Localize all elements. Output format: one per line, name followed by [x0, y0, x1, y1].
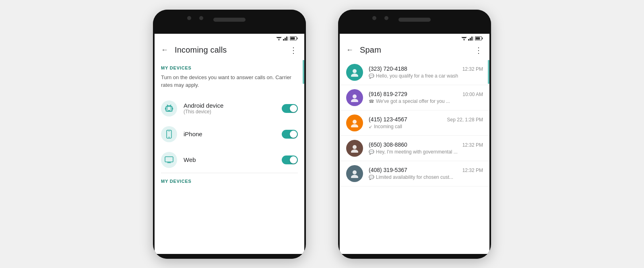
svg-point-43: [353, 170, 357, 174]
device-sub-android: (This device): [184, 109, 275, 115]
svg-point-27: [464, 39, 464, 40]
spam-number-0: (323) 720-4188: [369, 65, 407, 72]
signal-icon-2: [468, 36, 474, 41]
phone-speaker-2: [398, 18, 431, 22]
svg-point-35: [353, 69, 357, 73]
spam-time-4: 12:32 PM: [462, 168, 483, 173]
spam-item-3[interactable]: (650) 308-8860 12:32 PM 💬 Hey, I'm meeti…: [340, 136, 489, 161]
section-label-2: MY DEVICES: [155, 173, 304, 187]
preview-icon-2: ↙: [369, 124, 372, 129]
spam-info-3: (650) 308-8860 12:32 PM 💬 Hey, I'm meeti…: [369, 141, 483, 155]
svg-rect-34: [482, 37, 483, 39]
wifi-icon-1: [276, 36, 282, 41]
app-header-2: ← Spam ⋮: [340, 42, 489, 60]
spam-top-0: (323) 720-4188 12:32 PM: [369, 65, 483, 72]
preview-text-2: Incoming call: [374, 124, 402, 129]
avatar-icon-3: [350, 144, 359, 153]
svg-point-3: [279, 39, 279, 40]
page-title-1: Incoming calls: [175, 45, 227, 55]
phone-camera-right-1: [199, 16, 203, 20]
battery-icon-2: [475, 36, 483, 41]
toggle-iphone[interactable]: [282, 130, 298, 139]
spam-info-4: (408) 319-5367 12:32 PM 💬 Limited availa…: [369, 167, 483, 180]
scrollbar-1[interactable]: [303, 60, 304, 84]
back-button-1[interactable]: ←: [161, 46, 168, 54]
app-header-1: ← Incoming calls ⋮: [155, 42, 304, 60]
spam-item-0[interactable]: (323) 720-4188 12:32 PM 💬 Hello, you qua…: [340, 60, 489, 85]
svg-rect-16: [172, 108, 173, 110]
header-left-1: ← Incoming calls: [161, 45, 227, 55]
phone-bottom-2: [338, 254, 491, 259]
phone-container: ← Incoming calls ⋮ MY DEVICES Turn on th…: [0, 0, 644, 268]
spam-item-1[interactable]: (916) 819-2729 10:00 AM ☎ We've got a sp…: [340, 85, 489, 110]
phone-screen-1: ← Incoming calls ⋮ MY DEVICES Turn on th…: [155, 34, 304, 254]
spam-top-3: (650) 308-8860 12:32 PM: [369, 141, 483, 148]
spam-top-4: (408) 319-5367 12:32 PM: [369, 167, 483, 173]
spam-item-2[interactable]: (415) 123-4567 Sep 22, 1:28 PM ↙ Incomin…: [340, 110, 489, 136]
svg-point-36: [351, 74, 358, 77]
avatar-icon-4: [350, 169, 359, 178]
web-icon: [165, 156, 173, 164]
svg-rect-4: [283, 39, 284, 41]
more-button-1[interactable]: ⋮: [289, 45, 298, 55]
preview-icon-3: 💬: [369, 149, 374, 155]
device-info-iphone: iPhone: [184, 131, 275, 137]
avatar-0: [346, 64, 363, 81]
spam-number-2: (415) 123-4567: [369, 116, 407, 123]
wifi-icon-2: [461, 36, 467, 41]
screen-content-2: (323) 720-4188 12:32 PM 💬 Hello, you qua…: [340, 60, 489, 254]
signal-icon-1: [283, 36, 289, 41]
spam-time-0: 12:32 PM: [462, 66, 483, 72]
avatar-icon-0: [350, 68, 359, 77]
device-name-iphone: iPhone: [184, 131, 275, 137]
svg-rect-15: [165, 108, 166, 110]
spam-time-3: 12:32 PM: [462, 142, 483, 148]
spam-info-2: (415) 123-4567 Sep 22, 1:28 PM ↙ Incomin…: [369, 116, 483, 129]
svg-rect-21: [165, 157, 173, 162]
svg-point-39: [353, 120, 357, 124]
spam-number-3: (650) 308-8860: [369, 141, 407, 148]
spam-time-1: 10:00 AM: [462, 92, 483, 97]
device-icon-wrapper-iphone: [161, 126, 177, 142]
spam-list: (323) 720-4188 12:32 PM 💬 Hello, you qua…: [340, 60, 489, 186]
avatar-icon-1: [350, 93, 359, 102]
device-info-android: Android device (This device): [184, 102, 275, 115]
spam-preview-0: 💬 Hello, you qualify for a free a car wa…: [369, 73, 483, 79]
toggle-android[interactable]: [282, 104, 298, 113]
spam-number-4: (408) 319-5367: [369, 167, 407, 173]
svg-rect-28: [468, 39, 469, 41]
status-icons-2: [461, 36, 483, 41]
scrollbar-2[interactable]: [488, 60, 489, 84]
avatar-4: [346, 165, 363, 182]
svg-point-44: [351, 175, 358, 178]
svg-rect-10: [297, 37, 298, 39]
svg-rect-20: [168, 131, 170, 131]
svg-point-41: [353, 145, 357, 149]
toggle-web[interactable]: [282, 155, 298, 164]
svg-point-42: [351, 149, 358, 153]
spam-top-1: (916) 819-2729 10:00 AM: [369, 91, 483, 97]
spam-preview-3: 💬 Hey, I'm meeting with governmental ...: [369, 149, 483, 155]
device-name-android: Android device: [184, 102, 275, 109]
phone-camera-right-2: [384, 16, 388, 20]
phone-speaker-1: [213, 18, 246, 22]
more-button-2[interactable]: ⋮: [475, 45, 483, 55]
device-icon-wrapper-web: [161, 152, 177, 168]
section-label-1: MY DEVICES: [155, 60, 304, 74]
svg-rect-6: [286, 37, 287, 41]
svg-point-19: [169, 137, 169, 137]
preview-text-3: Hey, I'm meeting with governmental ...: [376, 149, 458, 155]
avatar-icon-2: [350, 119, 359, 127]
spam-top-2: (415) 123-4567 Sep 22, 1:28 PM: [369, 116, 483, 123]
preview-text-0: Hello, you qualify for a free a car wash: [376, 73, 458, 79]
spam-time-2: Sep 22, 1:28 PM: [447, 117, 483, 123]
avatar-1: [346, 89, 363, 106]
spam-preview-2: ↙ Incoming call: [369, 124, 483, 129]
device-item-android: Android device (This device): [155, 96, 304, 121]
phone-1: ← Incoming calls ⋮ MY DEVICES Turn on th…: [153, 10, 306, 259]
svg-rect-33: [476, 37, 480, 39]
preview-text-4: Limited availability for chosen cust...: [376, 174, 453, 180]
spam-item-4[interactable]: (408) 319-5367 12:32 PM 💬 Limited availa…: [340, 161, 489, 186]
back-button-2[interactable]: ←: [346, 46, 353, 54]
status-icons-1: [276, 36, 298, 41]
